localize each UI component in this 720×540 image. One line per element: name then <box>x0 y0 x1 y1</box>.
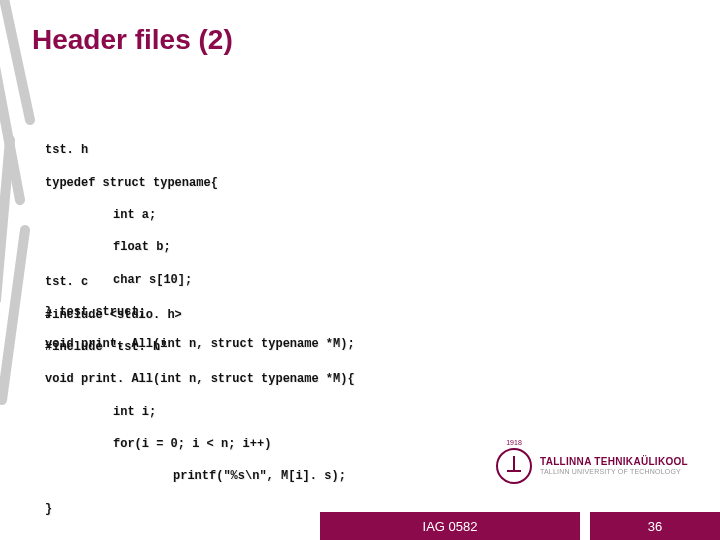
code-line: int i; <box>45 404 355 420</box>
logo-text: TALLINNA TEHNIKAÜLIKOOL TALLINN UNIVERSI… <box>540 457 688 475</box>
svg-line-2 <box>0 140 10 300</box>
code-line: #include "tst. h" <box>45 339 355 355</box>
svg-line-3 <box>2 230 25 400</box>
footer-spacer <box>0 512 320 540</box>
university-logo: 1918 TALLINNA TEHNIKAÜLIKOOL TALLINN UNI… <box>496 446 696 486</box>
logo-line2: TALLINN UNIVERSITY OF TECHNOLOGY <box>540 468 688 475</box>
code-line: for(i = 0; i < n; i++) <box>45 436 355 452</box>
page-number-wrap: 36 <box>590 512 720 540</box>
logo-mark-icon: 1918 <box>496 448 532 484</box>
logo-year: 1918 <box>504 439 524 446</box>
slide-footer: IAG 0582 36 <box>0 512 720 540</box>
course-code: IAG 0582 <box>320 512 580 540</box>
code-line: int a; <box>45 207 355 223</box>
svg-line-0 <box>0 0 30 120</box>
code-line: void print. All(int n, struct typename *… <box>45 371 355 387</box>
svg-line-1 <box>0 40 20 200</box>
code-line: #include <stdio. h> <box>45 307 355 323</box>
code-filename-h: tst. h <box>45 142 355 158</box>
logo-line1: TALLINNA TEHNIKAÜLIKOOL <box>540 457 688 468</box>
slide-title: Header files (2) <box>32 24 233 56</box>
code-filename-c: tst. c <box>45 274 355 290</box>
slide-decoration <box>0 0 50 420</box>
code-block-source: tst. c #include <stdio. h> #include "tst… <box>45 258 355 533</box>
code-line: printf("%s\n", M[i]. s); <box>45 468 355 484</box>
code-line: typedef struct typename{ <box>45 175 355 191</box>
code-line: float b; <box>45 239 355 255</box>
page-number: 36 <box>648 519 662 534</box>
footer-gap <box>580 512 590 540</box>
